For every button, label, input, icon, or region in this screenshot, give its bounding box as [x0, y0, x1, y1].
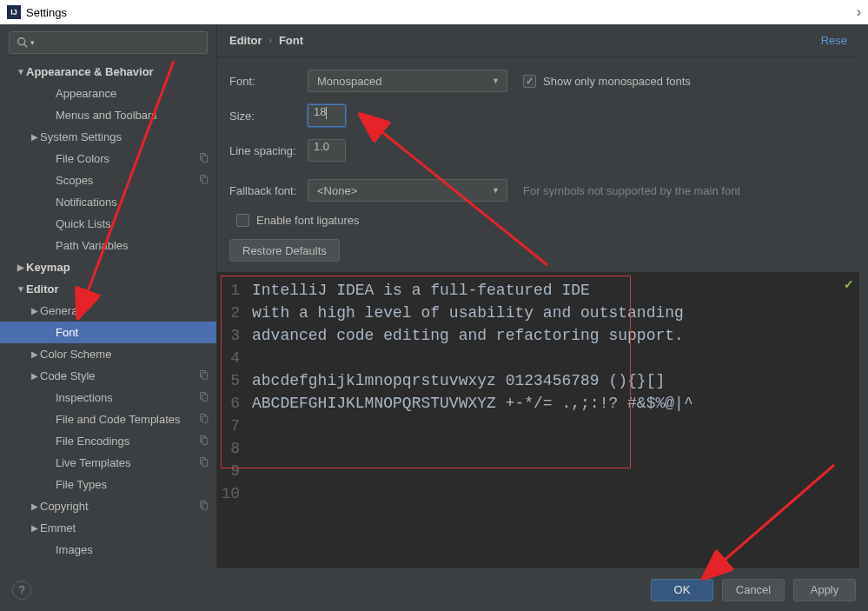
- tree-item-label: Emmet: [40, 521, 209, 535]
- line-spacing-label: Line spacing:: [229, 144, 308, 157]
- tree-item-menus-and-toolbars[interactable]: Menus and Toolbars: [0, 104, 216, 126]
- tree-item-intentions[interactable]: Intentions: [0, 561, 216, 568]
- tree-item-label: Appearance & Behavior: [26, 65, 209, 78]
- svg-rect-5: [202, 177, 208, 184]
- expand-arrow-icon: ▶: [30, 523, 40, 533]
- font-dropdown-value: Monospaced: [317, 75, 381, 88]
- project-config-icon: [199, 369, 209, 382]
- show-mono-checkbox[interactable]: [523, 75, 536, 88]
- expand-arrow-icon: ▶: [30, 349, 40, 359]
- svg-rect-11: [202, 416, 208, 423]
- preview-line: 6ABCDEFGHIJKLMNOPQRSTUVWXYZ +-*/= .,;:!?…: [217, 392, 859, 415]
- project-config-icon: [199, 413, 209, 426]
- ligatures-label: Enable font ligatures: [256, 214, 360, 227]
- expand-arrow-icon: ▼: [16, 67, 26, 76]
- fallback-dropdown[interactable]: <None> ▼: [308, 179, 507, 202]
- svg-rect-7: [202, 373, 208, 380]
- preview-line: 10: [217, 482, 859, 505]
- tree-item-keymap[interactable]: ▶Keymap: [0, 256, 216, 278]
- tree-item-label: Live Templates: [56, 456, 199, 469]
- settings-tree: ▼Appearance & BehaviorAppearanceMenus an…: [0, 61, 216, 568]
- tree-item-scopes[interactable]: Scopes: [0, 169, 216, 191]
- project-config-icon: [199, 456, 209, 469]
- font-dropdown[interactable]: Monospaced ▼: [308, 70, 507, 92]
- ligatures-checkbox[interactable]: [236, 214, 249, 227]
- tree-item-system-settings[interactable]: ▶System Settings: [0, 126, 216, 148]
- titlebar: IJ Settings ›: [0, 0, 868, 24]
- reset-link[interactable]: Rese: [821, 34, 847, 47]
- svg-rect-9: [202, 395, 208, 402]
- chevron-down-icon: ▼: [492, 186, 500, 195]
- tree-item-label: Scopes: [56, 174, 199, 187]
- expand-arrow-icon: ▶: [30, 306, 40, 315]
- tree-item-images[interactable]: Images: [0, 539, 216, 561]
- line-spacing-value: 1.0: [314, 140, 329, 153]
- tree-item-label: File Types: [56, 478, 209, 491]
- tree-item-font[interactable]: Font: [0, 322, 216, 343]
- tree-item-label: Images: [56, 543, 209, 556]
- tree-item-file-colors[interactable]: File Colors: [0, 148, 216, 169]
- tree-item-color-scheme[interactable]: ▶Color Scheme: [0, 343, 216, 365]
- tree-item-copyright[interactable]: ▶Copyright: [0, 495, 216, 517]
- line-number: 5: [217, 369, 252, 392]
- line-number: 8: [217, 437, 252, 460]
- line-spacing-input[interactable]: 1.0: [308, 139, 346, 162]
- preview-text: ABCDEFGHIJKLMNOPQRSTUVWXYZ +-*/= .,;:!? …: [252, 392, 693, 415]
- tree-item-emmet[interactable]: ▶Emmet: [0, 517, 216, 539]
- tree-item-live-templates[interactable]: Live Templates: [0, 452, 216, 474]
- svg-line-1: [24, 44, 28, 48]
- font-label: Font:: [229, 75, 308, 88]
- tree-item-label: General: [40, 304, 209, 317]
- fallback-hint: For symbols not supported by the main fo…: [523, 184, 740, 197]
- tree-item-label: Code Style: [40, 369, 199, 382]
- size-input[interactable]: 18: [308, 104, 346, 127]
- help-button[interactable]: ?: [12, 581, 31, 600]
- tree-item-label: File Encodings: [56, 435, 199, 448]
- expand-arrow-icon: ▶: [30, 132, 40, 142]
- project-config-icon: [199, 174, 209, 187]
- tree-item-editor[interactable]: ▼Editor: [0, 278, 216, 300]
- search-input[interactable]: ▾: [9, 31, 208, 54]
- tree-item-file-types[interactable]: File Types: [0, 474, 216, 495]
- tree-item-label: Path Variables: [56, 239, 209, 252]
- preview-line: 2with a high level of usability and outs…: [217, 302, 859, 324]
- breadcrumb-root[interactable]: Editor: [229, 34, 262, 47]
- tree-item-label: File and Code Templates: [56, 413, 199, 426]
- line-number: 7: [217, 415, 252, 437]
- preview-line: 7: [217, 415, 859, 437]
- preview-text: advanced code editing and refactoring su…: [252, 324, 684, 347]
- preview-line: 9: [217, 460, 859, 482]
- warning-icon[interactable]: ✓: [844, 277, 854, 291]
- tree-item-general[interactable]: ▶General: [0, 300, 216, 322]
- line-number: 3: [217, 324, 252, 347]
- size-value: 18: [314, 105, 326, 118]
- fallback-value: <None>: [317, 184, 357, 197]
- tree-item-label: Notifications: [56, 196, 209, 209]
- font-preview[interactable]: 1IntelliJ IDEA is a full-featured IDE2wi…: [217, 272, 859, 568]
- apply-button[interactable]: Apply: [793, 579, 856, 601]
- preview-line: 3advanced code editing and refactoring s…: [217, 324, 859, 347]
- tree-item-notifications[interactable]: Notifications: [0, 191, 216, 213]
- preview-text: IntelliJ IDEA is a full-featured IDE: [252, 279, 590, 302]
- cancel-button[interactable]: Cancel: [722, 579, 785, 601]
- tree-item-quick-lists[interactable]: Quick Lists: [0, 213, 216, 235]
- tree-item-file-encodings[interactable]: File Encodings: [0, 430, 216, 452]
- restore-defaults-button[interactable]: Restore Defaults: [229, 239, 340, 262]
- chevron-right-icon[interactable]: ›: [857, 4, 861, 20]
- line-number: 6: [217, 392, 252, 415]
- tree-item-file-and-code-templates[interactable]: File and Code Templates: [0, 408, 216, 430]
- line-number: 2: [217, 302, 252, 324]
- ok-button[interactable]: OK: [651, 579, 713, 601]
- tree-item-code-style[interactable]: ▶Code Style: [0, 365, 216, 387]
- preview-line: 1IntelliJ IDEA is a full-featured IDE: [217, 279, 859, 302]
- preview-text: with a high level of usability and outst…: [252, 302, 684, 324]
- tree-item-appearance-behavior[interactable]: ▼Appearance & Behavior: [0, 61, 216, 83]
- tree-item-appearance[interactable]: Appearance: [0, 83, 216, 104]
- fallback-label: Fallback font:: [229, 184, 308, 197]
- tree-item-inspections[interactable]: Inspections: [0, 387, 216, 408]
- scrollbar[interactable]: [859, 24, 868, 568]
- tree-item-path-variables[interactable]: Path Variables: [0, 235, 216, 256]
- tree-item-label: System Settings: [40, 130, 209, 143]
- svg-point-0: [18, 38, 25, 45]
- preview-text: abcdefghijklmnopqrstuvwxyz 0123456789 ()…: [252, 369, 665, 392]
